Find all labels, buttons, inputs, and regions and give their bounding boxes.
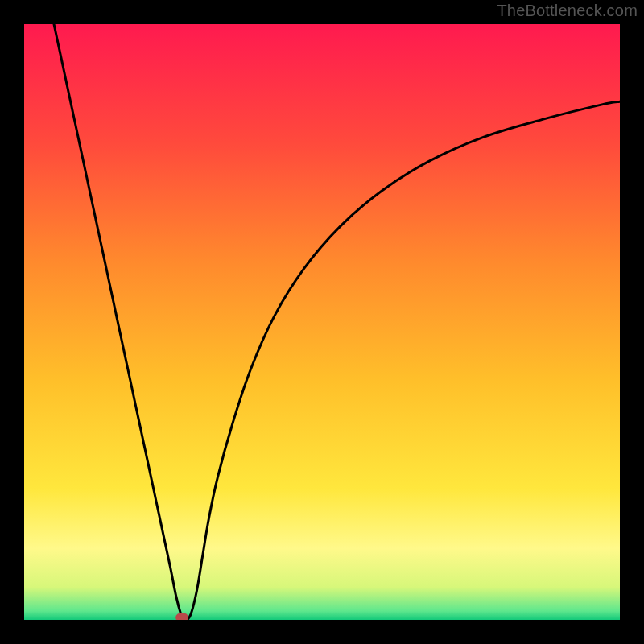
- plot-background: [24, 24, 620, 620]
- bottleneck-chart: [0, 0, 644, 644]
- minimum-marker: [175, 613, 188, 622]
- chart-frame: TheBottleneck.com: [0, 0, 644, 644]
- watermark-text: TheBottleneck.com: [497, 2, 638, 20]
